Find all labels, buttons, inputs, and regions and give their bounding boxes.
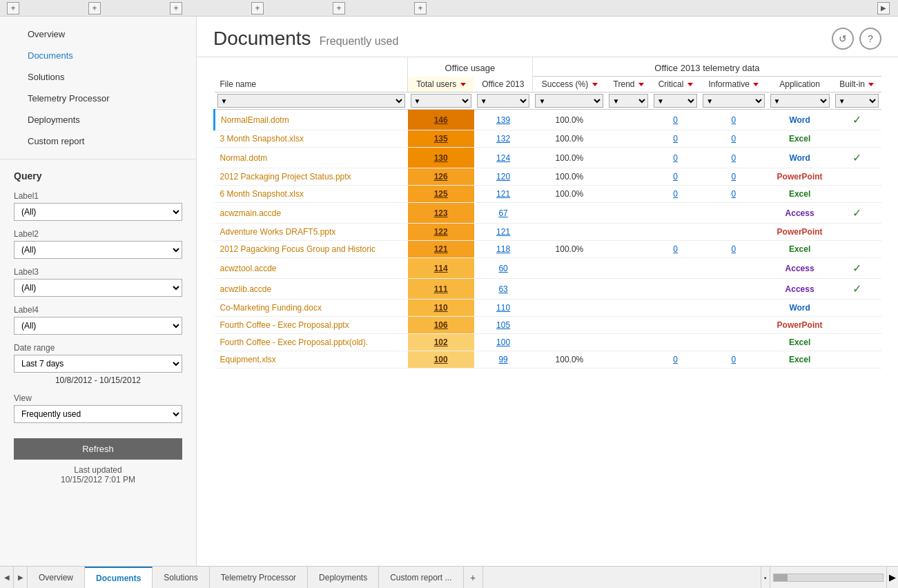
- add-tab-btn-5[interactable]: +: [333, 2, 345, 14]
- total-users-link[interactable]: 102: [434, 337, 448, 347]
- file-name-filter[interactable]: ▼: [217, 94, 405, 108]
- critical-filter[interactable]: ▼: [654, 94, 697, 108]
- table-row[interactable]: Co-Marketing Funding.docx110110Word: [215, 300, 882, 317]
- informative-link[interactable]: 0: [732, 153, 736, 163]
- table-row[interactable]: 2012 Packaging Project Status.pptx126120…: [215, 168, 882, 186]
- view-select[interactable]: Frequently used: [14, 405, 182, 423]
- tab-scroll-left[interactable]: ◀: [0, 567, 14, 588]
- critical-link[interactable]: 0: [673, 189, 678, 199]
- table-row[interactable]: NormalEmail.dotm146139100.0%00Word✓: [215, 110, 882, 130]
- bottom-tab-documents[interactable]: Documents: [85, 567, 153, 588]
- table-row[interactable]: Normal.dotm130124100.0%00Word✓: [215, 148, 882, 168]
- informative-link[interactable]: 0: [732, 115, 736, 125]
- office2013-link[interactable]: 124: [496, 153, 510, 163]
- total-users-link[interactable]: 146: [434, 115, 448, 125]
- sidebar-item-overview[interactable]: Overview: [0, 23, 196, 45]
- file-name-link[interactable]: 2012 Pagacking Focus Group and Historic: [220, 244, 375, 254]
- informative-link[interactable]: 0: [732, 172, 736, 182]
- critical-link[interactable]: 0: [673, 172, 678, 182]
- critical-link[interactable]: 0: [673, 153, 678, 163]
- sidebar-item-deployments[interactable]: Deployments: [0, 109, 196, 130]
- table-row[interactable]: 6 Month Snapshot.xlsx125121100.0%00Excel: [215, 186, 882, 203]
- total-users-link[interactable]: 100: [434, 355, 448, 364]
- total-users-link[interactable]: 121: [434, 244, 448, 254]
- scroll-nav-right[interactable]: ▶: [886, 567, 898, 588]
- table-row[interactable]: 3 Month Snapshot.xlsx135132100.0%00Excel: [215, 130, 882, 148]
- informative-link[interactable]: 0: [732, 244, 736, 254]
- horizontal-scrollbar[interactable]: [770, 567, 886, 588]
- sidebar-item-solutions[interactable]: Solutions: [0, 66, 196, 88]
- table-row[interactable]: Fourth Coffee - Exec Proposal.pptx106105…: [215, 317, 882, 334]
- file-name-link[interactable]: Fourth Coffee - Exec Proposal.pptx: [220, 320, 349, 330]
- file-name-link[interactable]: Co-Marketing Funding.docx: [220, 303, 322, 313]
- total-users-link[interactable]: 106: [434, 320, 448, 330]
- total-users-link[interactable]: 130: [434, 153, 448, 163]
- informative-link[interactable]: 0: [732, 189, 736, 199]
- file-name-link[interactable]: Fourth Coffee - Exec Proposal.pptx(old).: [220, 337, 369, 347]
- informative-link[interactable]: 0: [732, 134, 736, 144]
- file-name-link[interactable]: acwztool.accde: [220, 264, 277, 273]
- total-users-link[interactable]: 135: [434, 134, 448, 144]
- total-users-link[interactable]: 125: [434, 189, 448, 199]
- total-users-link[interactable]: 110: [434, 303, 448, 313]
- add-tab-btn-1[interactable]: +: [7, 2, 19, 14]
- total-users-link[interactable]: 123: [434, 208, 448, 218]
- office2013-filter[interactable]: ▼: [477, 94, 530, 108]
- add-tab-button[interactable]: +: [464, 567, 483, 588]
- label4-select[interactable]: (All): [14, 317, 182, 335]
- sidebar-item-telemetry-processor[interactable]: Telemetry Processor: [0, 88, 196, 109]
- table-row[interactable]: 2012 Pagacking Focus Group and Historic1…: [215, 241, 882, 258]
- bottom-tab-telemetry[interactable]: Telemetry Processor: [210, 567, 308, 588]
- add-tab-btn-6[interactable]: +: [414, 2, 427, 14]
- table-row[interactable]: acwzmain.accde12367Access✓: [215, 203, 882, 224]
- refresh-button[interactable]: Refresh: [14, 438, 182, 460]
- date-range-select[interactable]: Last 7 days: [14, 355, 182, 373]
- file-name-link[interactable]: Adventure Works DRAFT5.pptx: [220, 227, 336, 237]
- file-name-link[interactable]: 3 Month Snapshot.xlsx: [220, 134, 304, 144]
- total-users-link[interactable]: 111: [434, 284, 448, 294]
- sidebar-item-custom-report[interactable]: Custom report: [0, 130, 196, 152]
- office2013-link[interactable]: 63: [498, 284, 507, 294]
- total-users-link[interactable]: 122: [434, 227, 448, 237]
- file-name-link[interactable]: acwzmain.accde: [220, 208, 282, 218]
- label3-select[interactable]: (All): [14, 279, 182, 297]
- office2013-link[interactable]: 121: [496, 227, 510, 237]
- office2013-link[interactable]: 110: [496, 303, 510, 313]
- application-filter[interactable]: ▼: [770, 94, 830, 108]
- office2013-link[interactable]: 99: [498, 355, 507, 364]
- scroll-thumb[interactable]: [774, 574, 788, 581]
- table-row[interactable]: Equipment.xlsx10099100.0%00Excel: [215, 351, 882, 369]
- sidebar-item-documents[interactable]: Documents: [0, 45, 196, 66]
- scroll-right-btn[interactable]: ▶: [877, 2, 890, 14]
- add-tab-btn-3[interactable]: +: [170, 2, 182, 14]
- table-row[interactable]: Adventure Works DRAFT5.pptx122121PowerPo…: [215, 224, 882, 241]
- office2013-link[interactable]: 139: [496, 115, 510, 125]
- office2013-link[interactable]: 105: [496, 320, 510, 330]
- total-users-link[interactable]: 114: [434, 264, 448, 273]
- table-row[interactable]: Fourth Coffee - Exec Proposal.pptx(old).…: [215, 334, 882, 351]
- file-name-link[interactable]: Equipment.xlsx: [220, 355, 276, 364]
- informative-filter[interactable]: ▼: [703, 94, 764, 108]
- total-users-link[interactable]: 126: [434, 172, 448, 182]
- file-name-link[interactable]: 6 Month Snapshot.xlsx: [220, 189, 304, 199]
- critical-link[interactable]: 0: [673, 244, 678, 254]
- trend-filter[interactable]: ▼: [609, 94, 648, 108]
- tab-scroll-right[interactable]: ▶: [14, 567, 28, 588]
- office2013-link[interactable]: 132: [496, 134, 510, 144]
- add-tab-btn-2[interactable]: +: [88, 2, 101, 14]
- office2013-link[interactable]: 60: [498, 264, 507, 273]
- refresh-icon-button[interactable]: ↺: [832, 28, 854, 50]
- office2013-link[interactable]: 67: [498, 208, 507, 218]
- critical-link[interactable]: 0: [673, 134, 678, 144]
- label1-select[interactable]: (All): [14, 203, 182, 221]
- table-row[interactable]: acwztool.accde11460Access✓: [215, 258, 882, 279]
- file-name-link[interactable]: 2012 Packaging Project Status.pptx: [220, 172, 351, 182]
- bottom-tab-overview[interactable]: Overview: [28, 567, 85, 588]
- built-in-filter[interactable]: ▼: [835, 94, 879, 108]
- bottom-tab-custom-report[interactable]: Custom report ...: [379, 567, 463, 588]
- file-name-link[interactable]: acwzlib.accde: [220, 284, 272, 294]
- total-users-filter[interactable]: ▼: [411, 94, 471, 108]
- success-filter[interactable]: ▼: [535, 94, 603, 108]
- office2013-link[interactable]: 118: [496, 244, 510, 254]
- help-icon-button[interactable]: ?: [859, 28, 881, 50]
